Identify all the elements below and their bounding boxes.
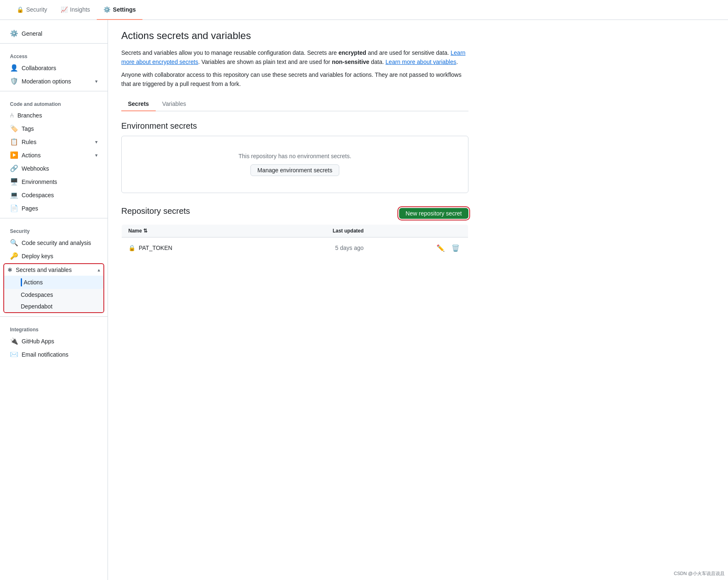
- desc-bold-1: encrypted: [338, 49, 366, 56]
- sidebar-section-integrations: Integrations: [0, 320, 108, 334]
- desc-text-2: and are used for sensitive data.: [368, 49, 449, 56]
- secrets-table: Name ⇅ Last updated 🔒 PAT_TOKEN 5 day: [121, 224, 468, 259]
- description-paragraph-1: Secrets and variables allow you to manag…: [121, 48, 468, 67]
- edit-icon[interactable]: ✏️: [435, 242, 446, 254]
- active-indicator: [21, 278, 22, 286]
- manage-environment-secrets-button[interactable]: Manage environment secrets: [250, 164, 340, 176]
- secret-name-cell: 🔒 PAT_TOKEN: [122, 237, 262, 259]
- nav-settings-label: Settings: [113, 6, 136, 13]
- sidebar-github-apps-label: GitHub Apps: [22, 338, 98, 345]
- actions-chevron-icon: ▾: [95, 152, 98, 158]
- sidebar-divider-1: [0, 43, 108, 44]
- description-paragraph-2: Anyone with collaborator access to this …: [121, 70, 468, 89]
- table-row: 🔒 PAT_TOKEN 5 days ago ✏️ 🗑️: [122, 237, 468, 259]
- pages-icon: 📄: [10, 204, 18, 212]
- sidebar-item-branches[interactable]: ⑃ Branches: [3, 109, 104, 122]
- sidebar-dependabot-sub-label: Dependabot: [21, 303, 52, 310]
- repository-secrets-title: Repository secrets: [121, 206, 190, 216]
- sidebar-webhooks-label: Webhooks: [22, 165, 98, 172]
- env-secrets-empty-text: This repository has no environment secre…: [128, 153, 461, 159]
- watermark: CSDN @小火车说且说且: [674, 570, 725, 577]
- tab-secrets[interactable]: Secrets: [121, 97, 156, 111]
- desc-text-1: Secrets and variables allow you to manag…: [121, 49, 337, 56]
- sidebar-codespaces-sub-label: Codespaces: [21, 291, 53, 298]
- email-icon: ✉️: [10, 350, 18, 358]
- desc-text-4: data.: [371, 59, 384, 65]
- secret-name: PAT_TOKEN: [139, 245, 172, 251]
- nav-tab-settings[interactable]: ⚙️ Settings: [97, 0, 142, 20]
- sidebar-item-rules[interactable]: 📋 Rules ▾: [3, 135, 104, 148]
- webhooks-icon: 🔗: [10, 164, 18, 172]
- sidebar-actions-label: Actions: [22, 152, 92, 159]
- sidebar-item-actions-sub[interactable]: Actions: [4, 276, 103, 289]
- sidebar-item-email-notifications[interactable]: ✉️ Email notifications: [3, 348, 104, 361]
- sort-icon[interactable]: ⇅: [143, 228, 147, 234]
- sidebar-item-pages[interactable]: 📄 Pages: [3, 202, 104, 215]
- sidebar-divider-4: [0, 316, 108, 317]
- sidebar-item-actions[interactable]: ▶️ Actions ▾: [3, 149, 104, 162]
- settings-icon: ⚙️: [103, 6, 110, 13]
- page-title: Actions secrets and variables: [121, 30, 468, 42]
- sidebar-divider-2: [0, 91, 108, 91]
- main-content: Actions secrets and variables Secrets an…: [108, 20, 482, 580]
- sidebar-item-collaborators[interactable]: 👤 Collaborators: [3, 61, 104, 74]
- sidebar-item-environments[interactable]: 🖥️ Environments: [3, 175, 104, 188]
- sidebar-actions-sub-label: Actions: [24, 279, 43, 286]
- nav-tab-insights[interactable]: 📈 Insights: [54, 0, 97, 20]
- sidebar-item-code-security[interactable]: 🔍 Code security and analysis: [3, 236, 104, 249]
- environments-icon: 🖥️: [10, 178, 18, 186]
- deploy-keys-icon: 🔑: [10, 252, 18, 260]
- repo-secrets-header: Repository secrets New repository secret: [121, 206, 468, 221]
- sidebar-secrets-label: Secrets and variables: [16, 267, 94, 273]
- sidebar-general-label: General: [22, 30, 98, 37]
- sidebar: ⚙️ General Access 👤 Collaborators 🛡️ Mod…: [0, 20, 108, 580]
- sidebar-item-codespaces-sub[interactable]: Codespaces: [4, 289, 103, 301]
- moderation-icon: 🛡️: [10, 77, 18, 85]
- delete-icon[interactable]: 🗑️: [450, 242, 461, 254]
- actions-icon: ▶️: [10, 151, 18, 159]
- sidebar-item-codespaces[interactable]: 💻 Codespaces: [3, 188, 104, 201]
- table-header-actions: [370, 224, 468, 237]
- sidebar-item-deploy-keys[interactable]: 🔑 Deploy keys: [3, 250, 104, 262]
- top-nav: 🔒 Security 📈 Insights ⚙️ Settings: [0, 0, 728, 20]
- sidebar-item-dependabot-sub[interactable]: Dependabot: [4, 301, 103, 312]
- nav-tab-security[interactable]: 🔒 Security: [10, 0, 54, 20]
- sidebar-codespaces-label: Codespaces: [22, 192, 98, 198]
- sidebar-secrets-group: ✱ Secrets and variables ▴ Actions Codesp…: [3, 263, 104, 313]
- tab-variables[interactable]: Variables: [156, 97, 193, 111]
- desc-text-3: Variables are shown as plain text and ar…: [201, 59, 330, 65]
- sidebar-item-tags[interactable]: 🏷️ Tags: [3, 122, 104, 135]
- sidebar-item-secrets-variables[interactable]: ✱ Secrets and variables ▴: [4, 264, 103, 276]
- sidebar-section-access: Access: [0, 47, 108, 61]
- sidebar-collaborators-label: Collaborators: [22, 65, 98, 71]
- sidebar-tags-label: Tags: [22, 125, 98, 132]
- moderation-chevron-icon: ▾: [95, 78, 98, 84]
- sidebar-section-security: Security: [0, 222, 108, 236]
- sidebar-divider-3: [0, 218, 108, 218]
- codespaces-icon: 💻: [10, 191, 18, 199]
- sidebar-pages-label: Pages: [22, 205, 98, 212]
- code-security-icon: 🔍: [10, 239, 18, 247]
- sidebar-item-moderation[interactable]: 🛡️ Moderation options ▾: [3, 75, 104, 88]
- collaborators-icon: 👤: [10, 64, 18, 72]
- lock-icon: 🔒: [128, 245, 135, 251]
- sidebar-section-code: Code and automation: [0, 95, 108, 109]
- last-updated-cell: 5 days ago: [262, 237, 370, 259]
- sidebar-email-label: Email notifications: [22, 351, 98, 358]
- sidebar-item-github-apps[interactable]: 🔌 GitHub Apps: [3, 335, 104, 348]
- table-header-row: Name ⇅ Last updated: [122, 224, 468, 237]
- secrets-icon: ✱: [7, 267, 12, 273]
- insights-icon: 📈: [61, 6, 68, 13]
- table-header-last-updated: Last updated: [262, 224, 370, 237]
- sidebar-environments-label: Environments: [22, 179, 98, 185]
- nav-security-label: Security: [26, 6, 47, 13]
- sidebar-item-general[interactable]: ⚙️ General: [3, 27, 104, 40]
- learn-more-variables-link[interactable]: Learn more about variables: [385, 59, 456, 65]
- sidebar-item-webhooks[interactable]: 🔗 Webhooks: [3, 162, 104, 175]
- new-repository-secret-button[interactable]: New repository secret: [399, 208, 468, 219]
- tags-icon: 🏷️: [10, 125, 18, 132]
- sidebar-code-security-label: Code security and analysis: [22, 240, 98, 246]
- sidebar-moderation-label: Moderation options: [22, 78, 92, 85]
- action-icons-cell: ✏️ 🗑️: [370, 237, 468, 259]
- github-apps-icon: 🔌: [10, 337, 18, 345]
